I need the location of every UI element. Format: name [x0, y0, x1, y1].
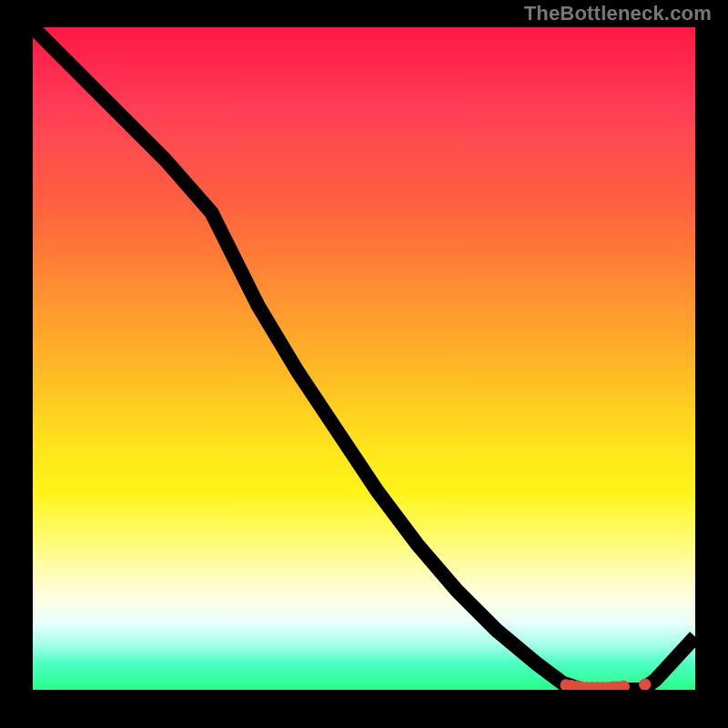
line-plot: [33, 27, 695, 690]
plot-area: [33, 27, 695, 690]
chart-frame: TheBottleneck.com: [0, 0, 728, 728]
bottleneck-curve: [33, 27, 695, 690]
watermark-text: TheBottleneck.com: [524, 2, 712, 25]
